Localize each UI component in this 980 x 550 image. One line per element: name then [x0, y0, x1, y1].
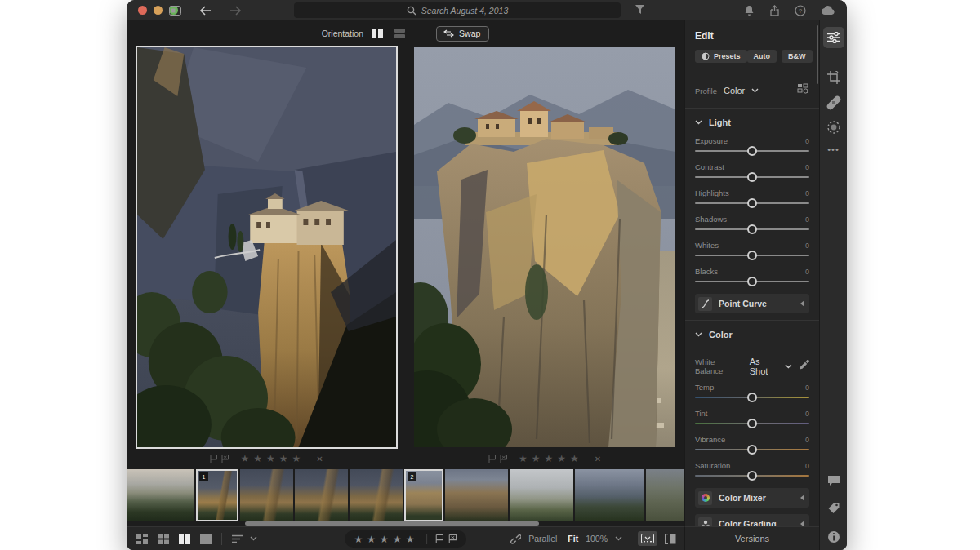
tint-slider[interactable]: Tint0: [695, 409, 809, 429]
pick-flag-icon[interactable]: [435, 534, 443, 543]
profile-label: Profile: [695, 86, 717, 95]
slider-knob[interactable]: [747, 393, 757, 402]
profile-value[interactable]: Color: [724, 86, 745, 95]
close-window-button[interactable]: [138, 6, 147, 15]
more-tools-icon[interactable]: •••: [827, 144, 840, 154]
filmstrip-thumbnail-selected-1[interactable]: 1: [196, 469, 238, 521]
filter-icon[interactable]: [635, 4, 645, 15]
filmstrip-thumbnail[interactable]: [240, 469, 293, 521]
pick-flag-icon[interactable]: [488, 455, 496, 463]
browse-profiles-icon[interactable]: [797, 83, 809, 98]
filmstrip-scrollbar[interactable]: [245, 521, 539, 526]
cloud-sync-icon[interactable]: [821, 6, 835, 16]
chevron-down-icon[interactable]: [785, 364, 792, 369]
crop-icon[interactable]: [827, 71, 840, 84]
color-section-header[interactable]: Color: [695, 321, 809, 348]
compare-mode-label[interactable]: Parallel: [528, 534, 557, 543]
auto-button[interactable]: Auto: [747, 50, 777, 63]
blacks-slider[interactable]: Blacks0: [695, 267, 809, 287]
unlink-zoom-icon[interactable]: [510, 533, 521, 544]
photo-grid-view-icon[interactable]: [136, 534, 148, 544]
back-arrow-icon[interactable]: [199, 6, 212, 16]
shadows-slider[interactable]: Shadows0: [695, 215, 809, 235]
notifications-bell-icon[interactable]: [744, 5, 755, 16]
tool-rail: •••: [819, 20, 847, 550]
filmstrip-thumbnail[interactable]: [445, 469, 508, 521]
filmstrip-thumbnail[interactable]: [646, 469, 684, 521]
filmstrip-thumbnail[interactable]: [295, 469, 348, 521]
compare-photo-left[interactable]: [136, 46, 398, 449]
titlebar: Search August 4, 2013 ?: [127, 0, 847, 20]
share-icon[interactable]: [769, 5, 780, 16]
zoom-chevron-icon[interactable]: [615, 536, 622, 541]
forward-arrow-icon[interactable]: [229, 6, 242, 16]
presets-icon: [702, 52, 710, 60]
deselect-icon[interactable]: ✕: [316, 455, 323, 464]
orientation-vertical-icon[interactable]: [372, 29, 383, 38]
filmstrip-thumbnail[interactable]: [575, 469, 644, 521]
exposure-slider[interactable]: Exposure0: [695, 136, 809, 157]
light-section-header[interactable]: Light: [695, 109, 809, 136]
star-rating[interactable]: ★★★★★: [519, 453, 583, 464]
sort-chevron-icon[interactable]: [250, 536, 257, 541]
zoom-fit-label[interactable]: Fit: [568, 534, 578, 543]
slider-knob[interactable]: [747, 445, 757, 455]
star-rating-toolbar[interactable]: ★★★★★: [354, 534, 419, 545]
help-icon[interactable]: ?: [795, 5, 806, 16]
edit-sliders-icon[interactable]: [823, 27, 844, 48]
my-photos-panel-icon[interactable]: [169, 6, 181, 16]
color-mixer-bar[interactable]: Color Mixer: [695, 488, 809, 508]
temp-slider[interactable]: Temp0: [695, 383, 809, 403]
chevron-down-icon[interactable]: [751, 88, 759, 93]
slider-knob[interactable]: [747, 146, 757, 156]
slider-knob[interactable]: [747, 419, 757, 428]
comment-icon[interactable]: [827, 475, 840, 486]
highlights-slider[interactable]: Highlights0: [695, 189, 809, 209]
orientation-horizontal-icon[interactable]: [394, 29, 405, 38]
info-icon[interactable]: [827, 530, 840, 543]
filmstrip-thumbnail-selected-2[interactable]: 2: [404, 469, 443, 521]
saturation-slider[interactable]: Saturation0: [695, 461, 809, 481]
sort-icon[interactable]: [232, 534, 243, 543]
minimize-window-button[interactable]: [154, 6, 163, 15]
edit-panel-title: Edit: [695, 30, 809, 42]
reject-flag-icon[interactable]: [221, 455, 229, 463]
star-rating[interactable]: ★★★★★: [240, 453, 305, 464]
filmstrip-toggle-icon[interactable]: [638, 531, 657, 546]
masking-icon[interactable]: [826, 120, 841, 135]
slider-knob[interactable]: [747, 251, 757, 260]
vibrance-slider[interactable]: Vibrance0: [695, 435, 809, 455]
white-balance-value[interactable]: As Shot: [750, 357, 781, 376]
detail-view-icon[interactable]: [200, 534, 212, 544]
presets-button[interactable]: Presets: [695, 50, 747, 63]
filmstrip-thumbnail[interactable]: [350, 469, 403, 521]
slider-knob[interactable]: [747, 277, 757, 286]
whites-slider[interactable]: Whites0: [695, 241, 809, 261]
search-input[interactable]: Search August 4, 2013: [294, 2, 621, 18]
zoom-percent[interactable]: 100%: [586, 534, 608, 543]
contrast-slider[interactable]: Contrast0: [695, 162, 809, 183]
versions-button[interactable]: Versions: [684, 526, 819, 550]
square-grid-view-icon[interactable]: [158, 534, 169, 544]
swap-button[interactable]: Swap: [436, 26, 489, 42]
keyword-tag-icon[interactable]: [827, 502, 840, 514]
panel-scrollbar[interactable]: [817, 25, 818, 84]
slider-knob[interactable]: [747, 172, 757, 182]
filmstrip-thumbnail[interactable]: [127, 469, 194, 521]
slider-knob[interactable]: [747, 471, 757, 481]
healing-brush-icon[interactable]: [826, 95, 841, 110]
reject-flag-icon[interactable]: [500, 455, 507, 463]
slider-knob[interactable]: [747, 224, 757, 234]
filmstrip-thumbnail[interactable]: [510, 469, 573, 521]
slider-knob[interactable]: [747, 198, 757, 208]
pick-flag-icon[interactable]: [210, 455, 217, 463]
split-view-icon[interactable]: [665, 534, 676, 544]
compare-photo-right[interactable]: [414, 47, 675, 447]
reject-flag-icon[interactable]: [448, 534, 457, 543]
edit-panel: Edit Presets Auto B&W Profile Color Ligh…: [684, 20, 819, 526]
compare-view-icon[interactable]: [179, 534, 190, 544]
deselect-icon[interactable]: ✕: [595, 455, 601, 464]
bw-button[interactable]: B&W: [782, 50, 813, 63]
eyedropper-icon[interactable]: [798, 359, 809, 374]
point-curve-bar[interactable]: Point Curve: [695, 294, 809, 313]
